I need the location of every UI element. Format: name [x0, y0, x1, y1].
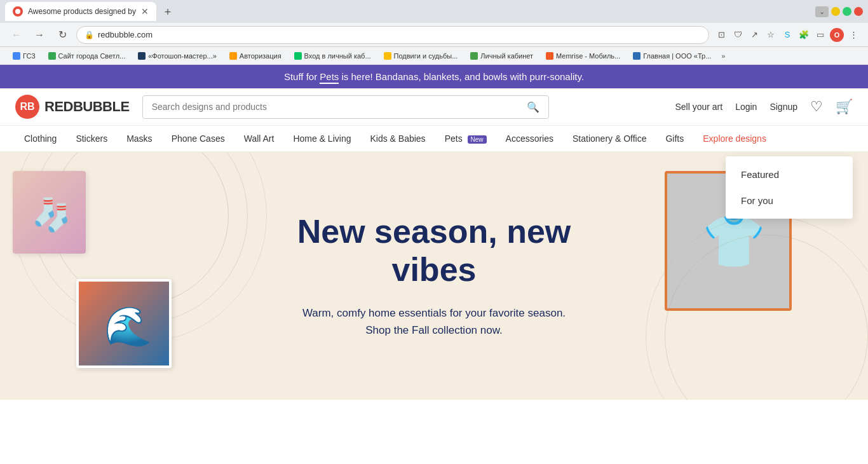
site-nav: Clothing Stickers Masks Phone Cases Wall… [0, 126, 868, 152]
bookmark-memrise[interactable]: Memrise - Мобиль... [541, 51, 625, 61]
signup-link[interactable]: Signup [770, 102, 797, 112]
bookmark-photoshop[interactable]: «Фотошоп-мастер...» [133, 51, 222, 61]
bookmark-gc3[interactable]: ГС3 [8, 51, 41, 61]
browser-nav-bar: ← → ↻ 🔒 redbubble.com ⊡ 🛡 ↗ ☆ S 🧩 ▭ O ⋮ [0, 23, 868, 47]
bookmark-svetl[interactable]: Сайт города Светл... [43, 51, 131, 61]
promo-text-before: Stuff for [284, 71, 320, 82]
hero-subtitle: Warm, comfy home essentials for your fav… [301, 304, 567, 339]
search-input[interactable] [152, 102, 522, 112]
browser-chrome: Awesome products designed by ✕ + ⌄ ← → ↻… [0, 0, 868, 65]
bookmark-label: Личный кабинет [480, 52, 533, 60]
nav-item-wall-art[interactable]: Wall Art [235, 126, 283, 151]
tab-close-button[interactable]: ✕ [141, 6, 149, 17]
bookmark-avito[interactable]: Вход в личный каб... [289, 51, 376, 61]
nav-item-kids-babies[interactable]: Kids & Babies [361, 126, 434, 151]
nav-item-explore[interactable]: Explore designs [694, 126, 775, 151]
tab-favicon [13, 6, 23, 17]
browser-nav-icons: ⊡ 🛡 ↗ ☆ S 🧩 ▭ O ⋮ [714, 28, 860, 42]
logo-icon: RB [15, 95, 39, 119]
bookmark-oooo[interactable]: Главная | ООО «Тр... [628, 51, 716, 61]
title-bar: Awesome products designed by ✕ + ⌄ [0, 0, 868, 23]
share-icon[interactable]: ↗ [747, 28, 761, 42]
promo-banner: Stuff for Pets is here! Bandanas, blanke… [0, 65, 868, 88]
bookmark-auth[interactable]: Авторизация [224, 51, 287, 61]
collapse-button[interactable]: ⌄ [815, 6, 829, 17]
skype-icon[interactable]: S [780, 28, 794, 42]
header-actions: Sell your art Login Signup ♡ 🛒 [675, 99, 853, 115]
nav-item-clothing[interactable]: Clothing [15, 126, 65, 151]
new-badge: New [468, 135, 487, 144]
bookmark-label: Авторизация [240, 52, 281, 60]
bookmark-label: Главная | ООО «Тр... [643, 52, 711, 60]
bookmark-favicon [138, 52, 146, 60]
extensions-icon[interactable]: 🧩 [797, 28, 811, 42]
nav-item-masks[interactable]: Masks [118, 126, 161, 151]
bookmarks-bar: ГС3 Сайт города Светл... «Фотошоп-мастер… [0, 47, 868, 65]
window-controls: ⌄ [815, 6, 863, 17]
tab-title: Awesome products designed by [28, 7, 136, 16]
bookmark-favicon [48, 52, 56, 60]
url-display: redbubble.com [98, 30, 701, 39]
site-header: RB REDBUBBLE 🔍 Sell your art Login Signu… [0, 88, 868, 126]
hero-title: New season, new vibes [13, 213, 855, 289]
bookmarks-more-button[interactable]: » [721, 52, 725, 60]
dropdown-item-for-you[interactable]: For you [726, 188, 853, 214]
logo-initials: RB [20, 101, 34, 113]
screen-reader-icon[interactable]: ⊡ [714, 28, 728, 42]
tab-strip: Awesome products designed by ✕ + [5, 2, 810, 21]
wishlist-icon[interactable]: ♡ [810, 99, 823, 115]
bookmark-favicon [294, 52, 302, 60]
cart-icon[interactable]: 🛒 [836, 99, 853, 115]
bookmark-label: Сайт города Светл... [58, 52, 126, 60]
dropdown-item-featured[interactable]: Featured [726, 161, 853, 188]
bookmark-label: Memrise - Мобиль... [556, 52, 620, 60]
nav-item-phone-cases[interactable]: Phone Cases [163, 126, 234, 151]
bookmark-favicon [470, 52, 478, 60]
bookmark-star-icon[interactable]: ☆ [764, 28, 778, 42]
sidebar-icon[interactable]: ▭ [813, 28, 827, 42]
bookmark-label: «Фотошоп-мастер...» [148, 52, 217, 60]
close-button[interactable] [854, 7, 863, 16]
logo[interactable]: RB REDBUBBLE [15, 95, 130, 119]
bookmark-favicon [229, 52, 237, 60]
bookmark-favicon [13, 52, 20, 60]
explore-dropdown: Featured For you [726, 156, 853, 219]
refresh-button[interactable]: ↻ [53, 26, 71, 44]
nav-item-stationery-office[interactable]: Stationery & Office [564, 126, 655, 151]
nav-item-home-living[interactable]: Home & Living [284, 126, 360, 151]
bookmark-favicon [546, 52, 553, 60]
hero-title-line2: vibes [392, 251, 477, 288]
bookmark-favicon [384, 52, 391, 60]
menu-icon[interactable]: ⋮ [846, 28, 860, 42]
profile-icon[interactable]: O [830, 28, 844, 42]
login-link[interactable]: Login [735, 102, 757, 112]
lock-icon: 🔒 [85, 31, 94, 39]
nav-item-pets[interactable]: Pets New [436, 126, 496, 151]
maximize-button[interactable] [843, 7, 851, 16]
shield-icon[interactable]: 🛡 [731, 28, 745, 42]
address-bar[interactable]: 🔒 redbubble.com [76, 26, 709, 44]
bookmark-label: ГС3 [23, 52, 36, 60]
logo-text: REDBUBBLE [44, 99, 130, 115]
bookmark-podvigi[interactable]: Подвиги и судьбы... [379, 51, 463, 61]
new-tab-button[interactable]: + [159, 3, 177, 21]
bookmark-lichkab[interactable]: Личный кабинет [465, 51, 538, 61]
site-content: Stuff for Pets is here! Bandanas, blanke… [0, 65, 868, 400]
promo-pets-highlight: Pets [320, 71, 339, 84]
active-tab[interactable]: Awesome products designed by ✕ [5, 2, 156, 21]
hero-title-line1: New season, new [297, 213, 571, 250]
sell-your-art-link[interactable]: Sell your art [675, 102, 722, 112]
search-bar[interactable]: 🔍 [142, 95, 549, 119]
back-button[interactable]: ← [8, 26, 25, 44]
bookmark-label: Подвиги и судьбы... [394, 52, 458, 60]
minimize-button[interactable] [831, 7, 840, 16]
promo-text-after: is here! Bandanas, blankets, and bowls w… [339, 71, 584, 82]
bookmark-label: Вход в личный каб... [304, 52, 371, 60]
bookmark-favicon [633, 52, 641, 60]
nav-item-gifts[interactable]: Gifts [656, 126, 693, 151]
search-icon[interactable]: 🔍 [527, 101, 539, 113]
nav-item-stickers[interactable]: Stickers [67, 126, 116, 151]
nav-item-accessories[interactable]: Accessories [497, 126, 562, 151]
forward-button[interactable]: → [31, 26, 48, 44]
